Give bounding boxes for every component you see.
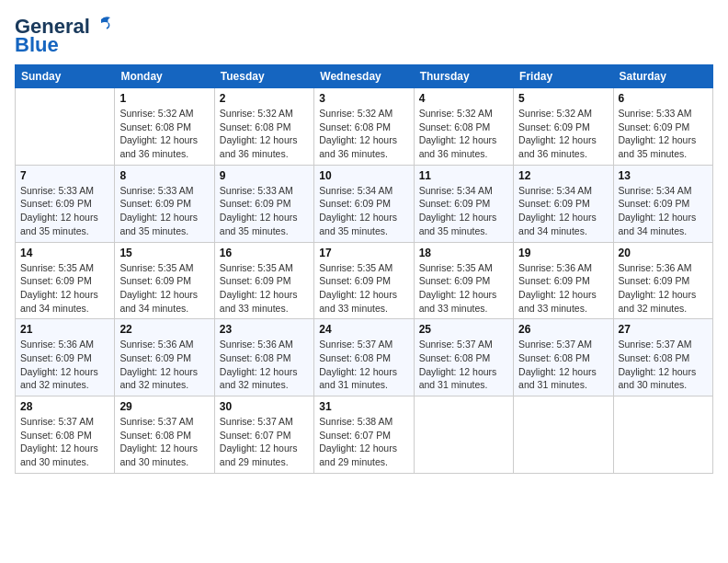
day-detail: Sunrise: 5:34 AMSunset: 6:09 PMDaylight:… <box>419 185 497 236</box>
calendar-cell: 26Sunrise: 5:37 AMSunset: 6:08 PMDayligh… <box>514 319 613 396</box>
calendar-cell: 2Sunrise: 5:32 AMSunset: 6:08 PMDaylight… <box>214 88 313 166</box>
calendar-cell: 5Sunrise: 5:32 AMSunset: 6:09 PMDaylight… <box>514 88 613 166</box>
day-number: 18 <box>419 247 508 259</box>
day-detail: Sunrise: 5:35 AMSunset: 6:09 PMDaylight:… <box>220 262 298 314</box>
day-detail: Sunrise: 5:37 AMSunset: 6:08 PMDaylight:… <box>20 416 98 467</box>
calendar-cell: 27Sunrise: 5:37 AMSunset: 6:08 PMDayligh… <box>613 319 712 396</box>
day-number: 15 <box>119 247 209 259</box>
calendar-cell: 10Sunrise: 5:34 AMSunset: 6:09 PMDayligh… <box>314 165 414 242</box>
calendar-cell: 29Sunrise: 5:37 AMSunset: 6:08 PMDayligh… <box>115 396 214 474</box>
day-number: 19 <box>518 247 608 259</box>
day-number: 25 <box>419 323 508 336</box>
day-detail: Sunrise: 5:35 AMSunset: 6:09 PMDaylight:… <box>419 262 497 314</box>
day-number: 7 <box>20 169 109 182</box>
day-detail: Sunrise: 5:37 AMSunset: 6:08 PMDaylight:… <box>419 339 497 390</box>
logo-blue: Blue <box>15 33 59 57</box>
day-number: 12 <box>518 169 608 182</box>
day-detail: Sunrise: 5:38 AMSunset: 6:07 PMDaylight:… <box>319 416 397 467</box>
day-detail: Sunrise: 5:33 AMSunset: 6:09 PMDaylight:… <box>619 108 697 159</box>
calendar-cell <box>16 88 115 166</box>
page-header: General Blue <box>15 15 713 57</box>
calendar-cell: 18Sunrise: 5:35 AMSunset: 6:09 PMDayligh… <box>414 242 513 319</box>
day-detail: Sunrise: 5:36 AMSunset: 6:09 PMDaylight:… <box>20 339 98 390</box>
day-number: 10 <box>319 169 408 182</box>
weekday-header-friday: Friday <box>514 65 613 88</box>
day-detail: Sunrise: 5:33 AMSunset: 6:09 PMDaylight:… <box>220 185 298 236</box>
day-detail: Sunrise: 5:32 AMSunset: 6:09 PMDaylight:… <box>518 108 597 159</box>
day-number: 23 <box>220 323 309 336</box>
calendar-cell: 1Sunrise: 5:32 AMSunset: 6:08 PMDaylight… <box>115 88 214 166</box>
day-number: 1 <box>119 92 209 105</box>
weekday-header-monday: Monday <box>115 65 214 88</box>
calendar-cell: 11Sunrise: 5:34 AMSunset: 6:09 PMDayligh… <box>414 165 513 242</box>
calendar-cell: 21Sunrise: 5:36 AMSunset: 6:09 PMDayligh… <box>16 319 115 396</box>
day-number: 30 <box>220 400 309 413</box>
calendar-cell <box>514 396 613 474</box>
day-number: 4 <box>419 92 508 105</box>
day-detail: Sunrise: 5:33 AMSunset: 6:09 PMDaylight:… <box>20 185 98 236</box>
day-detail: Sunrise: 5:32 AMSunset: 6:08 PMDaylight:… <box>220 108 298 159</box>
calendar-cell <box>613 396 712 474</box>
day-detail: Sunrise: 5:36 AMSunset: 6:09 PMDaylight:… <box>619 262 697 314</box>
day-detail: Sunrise: 5:35 AMSunset: 6:09 PMDaylight:… <box>319 262 397 314</box>
day-number: 16 <box>220 247 309 259</box>
day-number: 17 <box>319 247 408 259</box>
calendar-cell: 24Sunrise: 5:37 AMSunset: 6:08 PMDayligh… <box>314 319 414 396</box>
calendar-cell: 16Sunrise: 5:35 AMSunset: 6:09 PMDayligh… <box>214 242 313 319</box>
day-number: 28 <box>20 400 109 413</box>
calendar-cell: 14Sunrise: 5:35 AMSunset: 6:09 PMDayligh… <box>16 242 115 319</box>
day-detail: Sunrise: 5:36 AMSunset: 6:08 PMDaylight:… <box>220 339 298 390</box>
day-detail: Sunrise: 5:36 AMSunset: 6:09 PMDaylight:… <box>119 339 198 390</box>
logo-bird-icon <box>92 14 112 34</box>
day-detail: Sunrise: 5:32 AMSunset: 6:08 PMDaylight:… <box>419 108 497 159</box>
calendar-cell: 30Sunrise: 5:37 AMSunset: 6:07 PMDayligh… <box>214 396 313 474</box>
calendar-cell: 7Sunrise: 5:33 AMSunset: 6:09 PMDaylight… <box>16 165 115 242</box>
day-number: 22 <box>119 323 209 336</box>
calendar-cell: 17Sunrise: 5:35 AMSunset: 6:09 PMDayligh… <box>314 242 414 319</box>
day-number: 20 <box>619 247 708 259</box>
day-number: 29 <box>119 400 209 413</box>
day-detail: Sunrise: 5:34 AMSunset: 6:09 PMDaylight:… <box>619 185 697 236</box>
day-number: 3 <box>319 92 408 105</box>
calendar-cell: 19Sunrise: 5:36 AMSunset: 6:09 PMDayligh… <box>514 242 613 319</box>
day-number: 21 <box>20 323 109 336</box>
calendar-cell <box>414 396 513 474</box>
calendar-cell: 12Sunrise: 5:34 AMSunset: 6:09 PMDayligh… <box>514 165 613 242</box>
day-detail: Sunrise: 5:36 AMSunset: 6:09 PMDaylight:… <box>518 262 597 314</box>
calendar-cell: 31Sunrise: 5:38 AMSunset: 6:07 PMDayligh… <box>314 396 414 474</box>
calendar-cell: 6Sunrise: 5:33 AMSunset: 6:09 PMDaylight… <box>613 88 712 166</box>
calendar-cell: 8Sunrise: 5:33 AMSunset: 6:09 PMDaylight… <box>115 165 214 242</box>
day-detail: Sunrise: 5:37 AMSunset: 6:08 PMDaylight:… <box>518 339 597 390</box>
day-number: 8 <box>119 169 209 182</box>
day-number: 26 <box>518 323 608 336</box>
day-number: 27 <box>619 323 708 336</box>
day-detail: Sunrise: 5:35 AMSunset: 6:09 PMDaylight:… <box>20 262 98 314</box>
calendar-cell: 4Sunrise: 5:32 AMSunset: 6:08 PMDaylight… <box>414 88 513 166</box>
day-detail: Sunrise: 5:32 AMSunset: 6:08 PMDaylight:… <box>119 108 198 159</box>
day-number: 6 <box>619 92 708 105</box>
calendar-table: SundayMondayTuesdayWednesdayThursdayFrid… <box>15 64 713 474</box>
day-detail: Sunrise: 5:37 AMSunset: 6:07 PMDaylight:… <box>220 416 298 467</box>
weekday-header-tuesday: Tuesday <box>214 65 313 88</box>
day-number: 2 <box>220 92 309 105</box>
day-number: 11 <box>419 169 508 182</box>
day-number: 14 <box>20 247 109 259</box>
calendar-cell: 25Sunrise: 5:37 AMSunset: 6:08 PMDayligh… <box>414 319 513 396</box>
calendar-cell: 23Sunrise: 5:36 AMSunset: 6:08 PMDayligh… <box>214 319 313 396</box>
day-number: 9 <box>220 169 309 182</box>
day-detail: Sunrise: 5:34 AMSunset: 6:09 PMDaylight:… <box>518 185 597 236</box>
day-detail: Sunrise: 5:37 AMSunset: 6:08 PMDaylight:… <box>119 416 198 467</box>
day-detail: Sunrise: 5:32 AMSunset: 6:08 PMDaylight:… <box>319 108 397 159</box>
day-number: 24 <box>319 323 408 336</box>
day-number: 13 <box>619 169 708 182</box>
weekday-header-wednesday: Wednesday <box>314 65 414 88</box>
calendar-cell: 9Sunrise: 5:33 AMSunset: 6:09 PMDaylight… <box>214 165 313 242</box>
calendar-cell: 3Sunrise: 5:32 AMSunset: 6:08 PMDaylight… <box>314 88 414 166</box>
day-detail: Sunrise: 5:37 AMSunset: 6:08 PMDaylight:… <box>319 339 397 390</box>
weekday-header-sunday: Sunday <box>16 65 115 88</box>
day-detail: Sunrise: 5:37 AMSunset: 6:08 PMDaylight:… <box>619 339 697 390</box>
weekday-header-thursday: Thursday <box>414 65 513 88</box>
day-detail: Sunrise: 5:34 AMSunset: 6:09 PMDaylight:… <box>319 185 397 236</box>
day-number: 31 <box>319 400 408 413</box>
logo: General Blue <box>15 15 112 57</box>
